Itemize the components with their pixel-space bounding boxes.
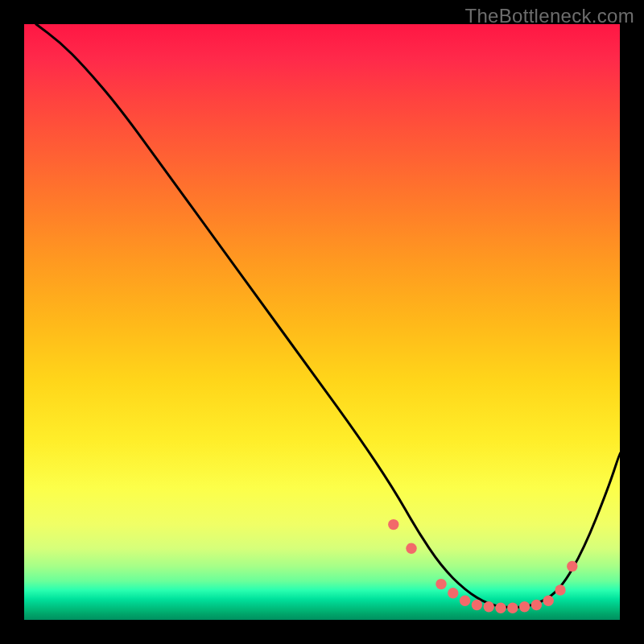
marker-dot: [507, 603, 518, 613]
chart-frame: TheBottleneck.com: [0, 0, 644, 644]
marker-dot: [543, 596, 554, 606]
marker-dot: [484, 601, 494, 612]
marker-dot: [472, 600, 482, 610]
marker-dot: [406, 543, 416, 554]
marker-dot: [567, 561, 577, 572]
marker-dot: [436, 579, 446, 589]
marker-dot: [495, 603, 506, 613]
marker-dot: [388, 519, 398, 530]
marker-dots-group: [388, 519, 577, 613]
marker-dot: [531, 600, 542, 610]
bottleneck-curve: [36, 24, 620, 607]
marker-dot: [555, 584, 565, 595]
marker-dot: [460, 596, 470, 606]
marker-dot: [519, 601, 530, 612]
marker-dot: [448, 588, 458, 598]
curve-layer: [24, 24, 620, 620]
